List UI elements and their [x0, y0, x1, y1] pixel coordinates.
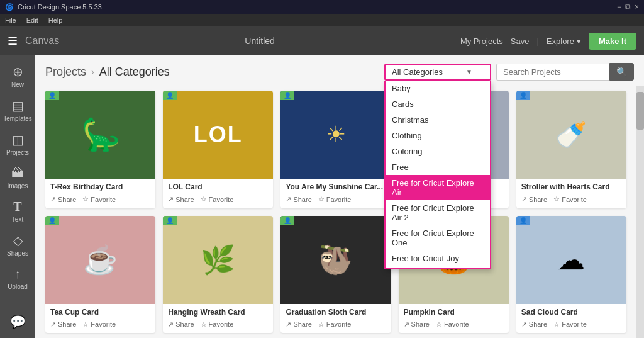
access-badge-1: 👤 — [45, 91, 59, 100]
dropdown-item-christmas[interactable]: Christmas — [386, 112, 490, 128]
favorite-action-10[interactable]: ☆ Favorite — [553, 320, 587, 329]
projects-icon: ◫ — [12, 132, 24, 147]
share-action-9[interactable]: ↗ Share — [404, 320, 430, 329]
share-action-10[interactable]: ↗ Share — [521, 320, 547, 329]
card-title-3: You Are My Sunshine Car... — [280, 179, 391, 194]
dropdown-item-baby[interactable]: Baby — [386, 81, 490, 96]
share-icon-1: ↗ — [50, 195, 56, 203]
dropdown-item-coloring[interactable]: Coloring — [386, 144, 490, 159]
dropdown-selected-value: All Categories — [392, 67, 443, 77]
category-dropdown[interactable]: All Categories ▼ — [384, 64, 491, 81]
hamburger-menu[interactable]: ☰ — [8, 34, 18, 48]
sidebar-item-text[interactable]: T Text — [0, 196, 35, 227]
sidebar-item-new[interactable]: ⊕ New — [0, 60, 35, 92]
sidebar-item-upload-label: Upload — [8, 283, 28, 290]
sidebar-item-templates[interactable]: ▤ Templates — [0, 94, 35, 126]
dropdown-item-cards[interactable]: Cards — [386, 96, 490, 112]
card-actions-7: ↗ Share ☆ Favorite — [163, 319, 273, 332]
card-actions-3: ↗ Share ☆ Favorite — [280, 194, 391, 207]
dropdown-item-clothing[interactable]: Clothing — [386, 128, 490, 144]
breadcrumb-home[interactable]: Projects — [45, 65, 86, 79]
favorite-action-1[interactable]: ☆ Favorite — [82, 195, 116, 203]
dropdown-item-free-maker[interactable]: Free for Cricut Maker — [386, 266, 490, 269]
access-badge-6: 👤 — [45, 216, 59, 225]
share-icon-7: ↗ — [168, 320, 174, 329]
dropdown-item-free-explore-air[interactable]: Free for Cricut Explore Air — [386, 175, 490, 200]
share-action-1[interactable]: ↗ Share — [50, 195, 76, 203]
save-button[interactable]: Save — [511, 37, 530, 46]
search-button[interactable]: 🔍 — [609, 63, 634, 81]
dropdown-item-free-joy[interactable]: Free for Cricut Joy — [386, 251, 490, 266]
sidebar-item-templates-label: Templates — [3, 115, 32, 122]
dropdown-item-free[interactable]: Free — [386, 159, 490, 175]
main-layout: ⊕ New ▤ Templates ◫ Projects 🏔 Images T … — [0, 55, 644, 338]
card-preview-6: ☕ — [45, 216, 155, 304]
scrollbar-thumb[interactable] — [636, 92, 644, 130]
card-image-7: 👤 🌿 — [163, 216, 273, 304]
access-badge-2: 👤 — [163, 91, 177, 100]
menu-file[interactable]: File — [5, 16, 16, 24]
sidebar-item-images[interactable]: 🏔 Images — [0, 162, 35, 193]
star-icon-2: ☆ — [201, 195, 207, 203]
access-badge-8: 👤 — [280, 216, 294, 225]
images-icon: 🏔 — [11, 166, 24, 181]
share-icon-5: ↗ — [521, 195, 527, 203]
card-title-8: Graduation Sloth Card — [280, 304, 391, 319]
menu-edit[interactable]: Edit — [26, 16, 38, 24]
favorite-action-8[interactable]: ☆ Favorite — [318, 320, 352, 329]
category-dropdown-menu[interactable]: Baby Cards Christmas Clothing Coloring F… — [384, 81, 491, 269]
minimize-button[interactable]: − — [617, 3, 621, 11]
share-action-5[interactable]: ↗ Share — [521, 195, 547, 203]
share-icon-10: ↗ — [521, 320, 527, 329]
favorite-action-5[interactable]: ☆ Favorite — [553, 195, 587, 203]
share-action-2[interactable]: ↗ Share — [168, 195, 194, 203]
title-bar-controls[interactable]: − ⧉ × — [617, 3, 639, 11]
card-image-5: 👤 🍼 — [516, 91, 626, 179]
badge-icon-3: 👤 — [284, 92, 291, 99]
sidebar-item-text-label: Text — [12, 216, 23, 223]
share-icon-2: ↗ — [168, 195, 174, 203]
share-action-6[interactable]: ↗ Share — [50, 320, 76, 329]
share-action-8[interactable]: ↗ Share — [286, 320, 311, 329]
card-title-5: Stroller with Hearts Card — [516, 179, 626, 194]
card-image-6: 👤 ☕ — [45, 216, 155, 304]
favorite-action-9[interactable]: ☆ Favorite — [436, 320, 469, 329]
favorite-action-3[interactable]: ☆ Favorite — [318, 195, 352, 203]
header-left: ☰ Canvas — [8, 34, 59, 48]
title-bar-left: 🌀 Cricut Design Space 5.5.33 — [5, 3, 102, 11]
star-icon-8: ☆ — [318, 320, 325, 329]
divider: | — [536, 37, 538, 46]
menu-help[interactable]: Help — [48, 16, 63, 24]
sidebar-item-upload[interactable]: ↑ Upload — [0, 263, 35, 294]
card-preview-2: LOL — [163, 91, 273, 179]
dropdown-item-free-explore-one[interactable]: Free for Cricut Explore One — [386, 225, 490, 251]
dropdown-item-free-explore-air-2[interactable]: Free for Cricut Explore Air 2 — [386, 200, 490, 225]
share-action-3[interactable]: ↗ Share — [286, 195, 311, 203]
my-projects-button[interactable]: My Projects — [460, 37, 503, 46]
app-header: ☰ Canvas Untitled My Projects Save | Exp… — [0, 26, 644, 55]
favorite-action-2[interactable]: ☆ Favorite — [201, 195, 234, 203]
favorite-action-7[interactable]: ☆ Favorite — [201, 320, 234, 329]
make-it-button[interactable]: Make It — [589, 33, 636, 50]
badge-icon-8: 👤 — [284, 217, 291, 224]
close-button[interactable]: × — [635, 3, 639, 11]
sidebar-item-new-label: New — [11, 81, 24, 88]
scrollbar-track[interactable] — [636, 86, 644, 338]
star-icon-1: ☆ — [82, 195, 89, 203]
sidebar-item-projects[interactable]: ◫ Projects — [0, 128, 35, 160]
sidebar-item-projects-label: Projects — [6, 149, 29, 156]
sidebar-item-shapes[interactable]: ◇ Shapes — [0, 229, 35, 261]
upload-icon: ↑ — [14, 267, 21, 281]
favorite-action-6[interactable]: ☆ Favorite — [82, 320, 116, 329]
access-badge-10: 👤 — [516, 216, 530, 225]
card-title-1: T-Rex Birthday Card — [45, 179, 155, 194]
share-icon-6: ↗ — [50, 320, 56, 329]
card-title-7: Hanging Wreath Card — [163, 304, 273, 319]
explore-button[interactable]: Explore ▾ — [547, 37, 581, 46]
sidebar-item-chat[interactable]: 💬 — [0, 310, 35, 333]
maximize-button[interactable]: ⧉ — [625, 3, 631, 11]
search-input[interactable] — [496, 64, 609, 81]
menu-bar: File Edit Help — [0, 14, 644, 26]
card-image-8: 👤 🦥 — [280, 216, 391, 304]
share-action-7[interactable]: ↗ Share — [168, 320, 194, 329]
